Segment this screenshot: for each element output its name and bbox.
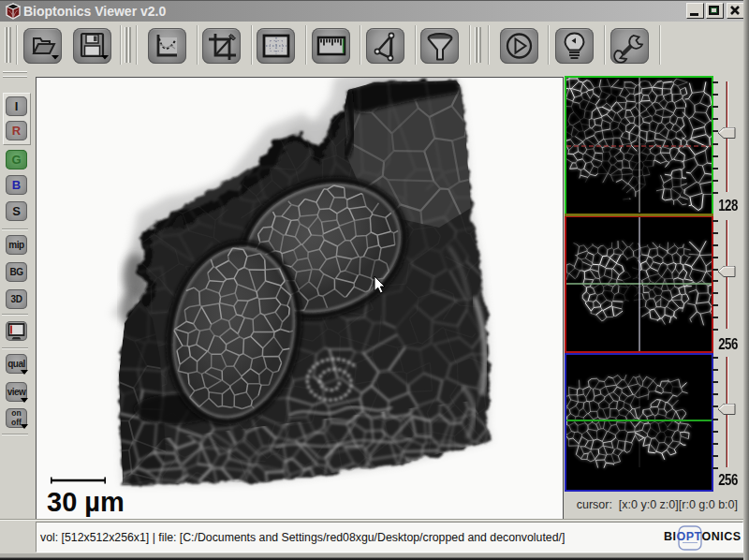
svg-text:BIOPTONICS: BIOPTONICS (664, 530, 742, 543)
svg-text:30 µm: 30 µm (47, 487, 125, 517)
